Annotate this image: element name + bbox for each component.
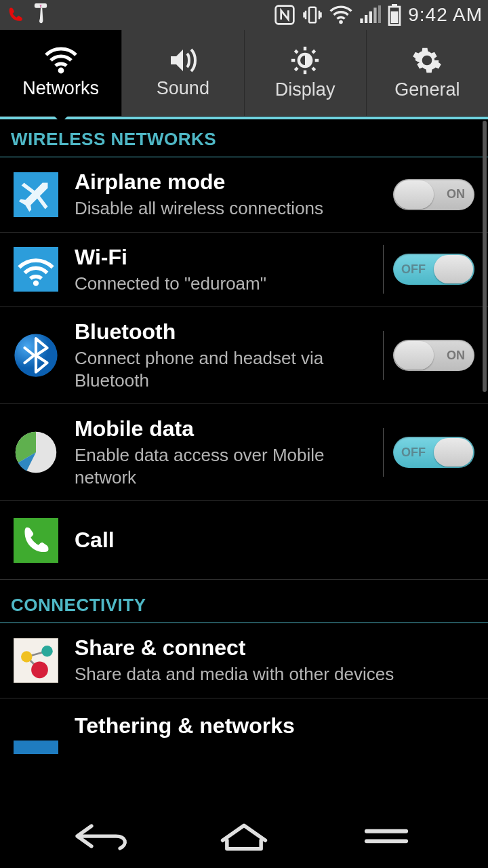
missed-call-icon (5, 5, 26, 24)
row-share-connect[interactable]: Share & connect Share data and media wit… (0, 623, 488, 698)
status-bar: T 9:42 AM (0, 0, 488, 30)
svg-rect-28 (14, 518, 58, 563)
wifi-toggle[interactable]: OFF ON (393, 254, 474, 285)
wifi-icon (14, 247, 58, 292)
svg-line-22 (312, 50, 315, 53)
nfc-icon (274, 4, 296, 26)
row-divider (383, 428, 384, 477)
toggle-knob (394, 341, 434, 370)
tab-general[interactable]: General (367, 30, 488, 116)
row-title: Tethering & networks (75, 713, 474, 738)
vibrate-icon (302, 4, 323, 26)
menu-button[interactable] (346, 816, 427, 856)
bluetooth-toggle[interactable]: OFF ON (393, 340, 474, 371)
row-title: Airplane mode (75, 170, 393, 195)
home-button[interactable] (203, 816, 285, 856)
svg-line-19 (295, 50, 298, 53)
toggle-off-label: OFF (401, 446, 426, 460)
row-call[interactable]: Call (0, 501, 488, 580)
row-bluetooth[interactable]: Bluetooth Connect phone and headset via … (0, 307, 488, 404)
tab-networks[interactable]: Networks (0, 30, 122, 116)
tab-label: Networks (22, 78, 99, 99)
row-title: Bluetooth (75, 319, 373, 344)
mobile-data-toggle[interactable]: OFF ON (393, 437, 474, 468)
wifi-icon (329, 5, 352, 24)
tab-sound[interactable]: Sound (122, 30, 244, 116)
row-subtitle: Connected to "eduroam" (75, 271, 359, 295)
row-title: Mobile data (75, 416, 373, 441)
toggle-knob (434, 438, 473, 467)
row-title: Wi-Fi (75, 245, 373, 270)
share-connect-icon (14, 638, 58, 683)
row-subtitle: Enable data access over Mobile network (75, 443, 359, 488)
svg-rect-6 (365, 15, 367, 23)
navigation-bar (0, 803, 488, 868)
svg-point-33 (41, 646, 53, 657)
svg-rect-3 (309, 7, 316, 23)
settings-list[interactable]: WIRELESS NETWORKS Airplane mode Disable … (0, 119, 488, 766)
svg-rect-9 (378, 5, 381, 23)
section-header-wireless: WIRELESS NETWORKS (0, 119, 488, 157)
settings-tabs: Networks Sound Display General (0, 30, 488, 117)
row-airplane-mode[interactable]: Airplane mode Disable all wireless conne… (0, 157, 488, 233)
tab-label: Display (275, 79, 336, 100)
airplane-icon (14, 172, 58, 217)
svg-line-21 (295, 68, 298, 71)
row-subtitle: Share data and media with other devices (75, 662, 454, 686)
row-subtitle: Connect phone and headset via Bluetooth (75, 346, 359, 391)
row-wifi[interactable]: Wi-Fi Connected to "eduroam" OFF ON (0, 233, 488, 308)
row-mobile-data[interactable]: Mobile data Enable data access over Mobi… (0, 404, 488, 501)
svg-rect-5 (361, 18, 363, 23)
svg-rect-35 (14, 741, 58, 754)
svg-rect-12 (391, 12, 399, 23)
svg-rect-7 (369, 12, 372, 23)
toggle-knob (434, 255, 473, 283)
svg-point-4 (339, 20, 343, 24)
tab-label: General (394, 79, 460, 100)
toggle-on-label: ON (447, 349, 465, 363)
row-divider (383, 245, 384, 294)
toggle-on-label: ON (447, 187, 465, 201)
row-tethering[interactable]: Tethering & networks (0, 698, 488, 766)
section-header-connectivity: CONNECTIVITY (0, 580, 488, 623)
svg-point-13 (58, 68, 64, 74)
row-divider (383, 331, 384, 380)
mobile-data-icon (14, 430, 58, 475)
tab-label: Sound (157, 78, 209, 99)
svg-line-20 (312, 68, 315, 71)
row-title: Share & connect (75, 635, 474, 660)
row-subtitle: Disable all wireless connections (75, 196, 359, 220)
airplane-toggle[interactable]: OFF ON (393, 179, 474, 210)
tmobile-icon: T (31, 3, 50, 26)
status-time: 9:42 AM (408, 4, 483, 26)
battery-icon (388, 4, 401, 26)
tethering-icon (14, 741, 58, 754)
toggle-off-label: OFF (401, 262, 426, 277)
toggle-knob (394, 180, 434, 209)
bluetooth-icon (14, 333, 58, 378)
tab-display[interactable]: Display (245, 30, 367, 116)
back-button[interactable] (61, 816, 142, 856)
svg-point-34 (31, 661, 48, 678)
svg-text:T: T (39, 4, 42, 8)
svg-point-25 (33, 281, 39, 286)
call-icon (14, 518, 58, 563)
signal-icon (359, 5, 381, 24)
row-title: Call (75, 528, 474, 553)
svg-rect-8 (374, 7, 377, 23)
scrollbar[interactable] (483, 121, 487, 392)
svg-point-32 (21, 651, 33, 663)
